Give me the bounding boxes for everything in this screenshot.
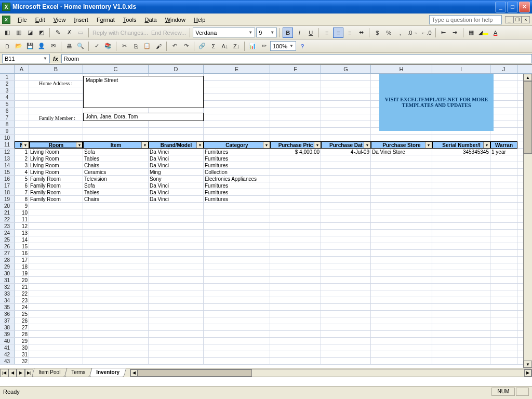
cell[interactable] [490,128,517,134]
cell[interactable] [29,209,83,216]
cell[interactable] [432,250,490,256]
cell[interactable] [432,182,490,189]
col-header[interactable]: A [15,65,29,73]
filter-header[interactable]: Serial Number/I▼ [432,141,490,149]
filter-header[interactable]: Category▼ [204,141,270,149]
row-header[interactable]: 7 [0,114,15,121]
cell[interactable] [15,135,29,141]
col-header[interactable]: B [29,65,83,73]
cell[interactable] [204,290,270,297]
cell[interactable] [490,290,517,297]
menu-data[interactable]: Data [140,16,161,24]
cell[interactable] [29,297,83,303]
cell[interactable] [432,331,490,337]
cell[interactable] [432,257,490,263]
cell[interactable]: 32 [15,358,29,364]
cell[interactable] [29,250,83,256]
scroll-down-icon[interactable]: ▼ [524,361,532,368]
cell[interactable] [432,358,490,364]
cell[interactable]: Furnitures [204,162,270,168]
cell[interactable]: 4 [15,169,29,175]
cell[interactable] [321,169,371,175]
cell[interactable] [270,317,321,324]
cell[interactable] [149,236,204,243]
col-header[interactable]: F [270,65,321,73]
cell[interactable] [490,176,517,182]
cell[interactable]: 7 [15,189,29,195]
font-size-select[interactable]: 9▼ [256,28,277,37]
cell[interactable]: 8 [15,196,29,202]
cell[interactable]: Ceramics [83,169,149,175]
col-header[interactable]: G [321,65,371,73]
vscroll-thumb[interactable] [524,81,532,154]
cell[interactable] [490,108,517,114]
cell[interactable] [270,162,321,168]
cell[interactable]: 28 [15,331,29,337]
cell[interactable] [490,338,517,344]
cell[interactable] [490,284,517,290]
cell[interactable] [149,317,204,324]
cell[interactable] [321,338,371,344]
row-header[interactable]: 14 [0,162,15,168]
cell[interactable] [149,243,204,249]
cell[interactable]: 2 [15,155,29,162]
cell[interactable] [149,284,204,290]
cell[interactable] [371,290,432,297]
filter-dropdown-icon[interactable]: ▼ [141,142,148,148]
cell[interactable] [83,128,149,134]
row-header[interactable]: 37 [0,317,15,324]
cell[interactable] [270,331,321,337]
row-header[interactable]: 34 [0,297,15,303]
filter-dropdown-icon[interactable]: ▼ [196,142,203,148]
cell[interactable] [432,263,490,270]
cell[interactable] [270,81,321,87]
cell[interactable] [15,87,29,94]
cell[interactable] [321,196,371,202]
cell[interactable] [15,74,29,80]
cell[interactable] [270,311,321,317]
filter-header[interactable]: Purchase Pric▼ [270,141,321,149]
cell[interactable]: Da Vinci [149,149,204,155]
cell[interactable] [270,243,321,249]
filter-dropdown-icon[interactable]: ▼ [76,142,83,148]
cell[interactable] [321,351,371,357]
cell[interactable] [29,135,83,141]
filter-dropdown-icon[interactable]: ▼ [364,142,370,148]
cell[interactable] [321,155,371,162]
cell[interactable]: Ming [149,169,204,175]
cell[interactable]: Sofa [83,149,149,155]
cell[interactable] [149,304,204,310]
row-header[interactable]: 33 [0,290,15,297]
cell[interactable] [321,250,371,256]
minimize-button[interactable]: _ [495,2,506,12]
cell[interactable] [270,257,321,263]
cell[interactable] [371,297,432,303]
tab-nav-prev-icon[interactable]: ◀ [8,369,17,377]
cell[interactable] [490,87,517,94]
cell[interactable] [29,257,83,263]
cell[interactable] [204,121,270,127]
permission-icon[interactable]: 👤 [36,41,47,51]
cell[interactable]: 21 [15,284,29,290]
cell[interactable] [321,81,371,87]
show-changes-icon[interactable]: ▥ [14,28,24,38]
filter-header[interactable]: N▼ [15,141,29,149]
cell[interactable] [371,338,432,344]
cell[interactable] [490,358,517,364]
cell[interactable] [29,338,83,344]
cell[interactable] [371,344,432,351]
cell[interactable] [490,101,517,107]
cell[interactable] [490,94,517,100]
cell[interactable]: Chairs [83,162,149,168]
menu-help[interactable]: Help [190,16,210,24]
cell[interactable] [270,230,321,236]
cell[interactable] [490,114,517,121]
cell[interactable] [432,297,490,303]
filter-dropdown-icon[interactable]: ▼ [263,142,270,148]
cell[interactable] [83,290,149,297]
spelling-icon[interactable]: ✓ [91,41,102,51]
cell[interactable] [321,162,371,168]
filter-dropdown-icon[interactable]: ▼ [425,142,432,148]
cell[interactable] [321,331,371,337]
row-header[interactable]: 2 [0,81,15,87]
